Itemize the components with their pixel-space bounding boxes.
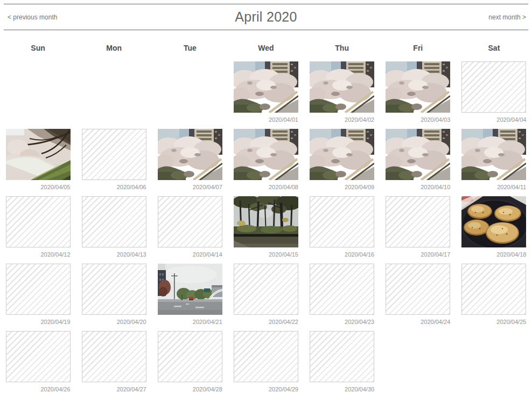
calendar-cell: 2020/04/16 xyxy=(304,196,380,264)
calendar-cell: 2020/04/18 xyxy=(456,196,532,264)
empty-day-placeholder xyxy=(6,331,71,382)
date-label: 2020/04/01 xyxy=(234,116,298,123)
empty-day-placeholder xyxy=(82,264,146,315)
photo-thumbnail[interactable] xyxy=(158,129,222,180)
date-label: 2020/04/25 xyxy=(461,319,526,326)
calendar-cell: 2020/04/30 xyxy=(304,331,380,393)
weekday-label-sat: Sat xyxy=(456,44,532,52)
empty-day-placeholder xyxy=(82,129,146,180)
calendar-cell: 2020/04/04 xyxy=(456,61,532,129)
photo-image-blossom-canal xyxy=(386,61,450,113)
empty-day-placeholder xyxy=(6,264,71,315)
photo-image-blossom-canal xyxy=(158,129,222,180)
date-label: 2020/04/30 xyxy=(310,386,374,393)
date-label: 2020/04/29 xyxy=(234,386,298,393)
empty-day-placeholder xyxy=(310,331,374,382)
date-label: 2020/04/13 xyxy=(82,251,146,258)
date-label: 2020/04/08 xyxy=(234,184,298,191)
calendar-cell: 2020/04/24 xyxy=(380,264,456,331)
date-label: 2020/04/12 xyxy=(6,251,71,258)
calendar-cell-empty xyxy=(76,61,152,129)
empty-day-placeholder xyxy=(461,264,526,315)
calendar-cell: 2020/04/20 xyxy=(76,264,152,331)
photo-thumbnail[interactable] xyxy=(310,61,374,113)
weekday-label-wed: Wed xyxy=(228,44,304,52)
calendar-cell: 2020/04/06 xyxy=(76,129,152,196)
date-label: 2020/04/16 xyxy=(310,251,374,258)
calendar-cell: 2020/04/05 xyxy=(0,129,76,196)
weekday-header-row: Sun Mon Tue Wed Thu Fri Sat xyxy=(0,44,532,52)
photo-image-blossom-canal xyxy=(310,129,374,180)
date-label: 2020/04/22 xyxy=(234,319,298,326)
calendar-cell: 2020/04/17 xyxy=(380,196,456,264)
photo-image-park-trees xyxy=(234,196,298,247)
weekday-label-mon: Mon xyxy=(76,44,152,52)
calendar-cell: 2020/04/02 xyxy=(304,61,380,129)
date-label: 2020/04/02 xyxy=(310,116,374,123)
photo-thumbnail[interactable] xyxy=(6,129,71,180)
photo-image-food-pancakes xyxy=(461,196,526,247)
calendar-cell: 2020/04/12 xyxy=(0,196,76,264)
calendar-cell: 2020/04/08 xyxy=(228,129,304,196)
calendar-cell-empty xyxy=(380,331,456,393)
date-label: 2020/04/03 xyxy=(386,116,450,123)
date-label: 2020/04/04 xyxy=(461,116,526,123)
empty-day-placeholder xyxy=(82,196,146,247)
photo-image-river-blossom xyxy=(6,129,71,180)
date-label: 2020/04/15 xyxy=(234,251,298,258)
photo-image-street-intersection xyxy=(158,264,222,315)
date-label: 2020/04/10 xyxy=(386,184,450,191)
empty-day-placeholder xyxy=(386,264,450,315)
calendar-cell-empty xyxy=(152,61,228,129)
weekday-label-fri: Fri xyxy=(380,44,456,52)
photo-thumbnail[interactable] xyxy=(386,61,450,113)
date-label: 2020/04/23 xyxy=(310,319,374,326)
photo-thumbnail[interactable] xyxy=(310,129,374,180)
calendar-cell: 2020/04/07 xyxy=(152,129,228,196)
empty-day-placeholder xyxy=(234,264,298,315)
photo-image-blossom-canal xyxy=(234,129,298,180)
photo-thumbnail[interactable] xyxy=(386,129,450,180)
calendar-cell-empty xyxy=(456,331,532,393)
calendar-cell: 2020/04/03 xyxy=(380,61,456,129)
calendar-cell: 2020/04/09 xyxy=(304,129,380,196)
calendar-cell: 2020/04/01 xyxy=(228,61,304,129)
photo-thumbnail[interactable] xyxy=(461,196,526,247)
date-label: 2020/04/18 xyxy=(461,251,526,258)
photo-image-blossom-canal xyxy=(310,61,374,113)
next-month-link[interactable]: next month > xyxy=(488,13,526,21)
photo-thumbnail[interactable] xyxy=(234,129,298,180)
photo-image-blossom-canal xyxy=(461,129,526,180)
photo-thumbnail[interactable] xyxy=(234,61,298,113)
empty-day-placeholder xyxy=(310,264,374,315)
calendar-cell: 2020/04/25 xyxy=(456,264,532,331)
previous-month-link[interactable]: < previous month xyxy=(8,13,57,21)
photo-image-blossom-canal xyxy=(234,61,298,113)
month-title: April 2020 xyxy=(235,9,297,25)
calendar-cell: 2020/04/14 xyxy=(152,196,228,264)
date-label: 2020/04/27 xyxy=(82,386,146,393)
calendar-cell: 2020/04/26 xyxy=(0,331,76,393)
empty-day-placeholder xyxy=(234,331,298,382)
empty-day-placeholder xyxy=(6,196,71,247)
empty-day-placeholder xyxy=(461,61,526,113)
photo-thumbnail[interactable] xyxy=(158,264,222,315)
photo-thumbnail[interactable] xyxy=(461,129,526,180)
photo-thumbnail[interactable] xyxy=(234,196,298,247)
calendar-cell: 2020/04/23 xyxy=(304,264,380,331)
date-label: 2020/04/19 xyxy=(6,319,71,326)
calendar-cell: 2020/04/21 xyxy=(152,264,228,331)
empty-day-placeholder xyxy=(158,196,222,247)
date-label: 2020/04/07 xyxy=(158,184,222,191)
calendar-grid: 2020/04/012020/04/022020/04/032020/04/04… xyxy=(0,61,532,393)
date-label: 2020/04/20 xyxy=(82,319,146,326)
date-label: 2020/04/26 xyxy=(6,386,71,393)
date-label: 2020/04/17 xyxy=(386,251,450,258)
empty-day-placeholder xyxy=(158,331,222,382)
photo-image-blossom-canal xyxy=(386,129,450,180)
calendar-cell: 2020/04/13 xyxy=(76,196,152,264)
calendar-cell: 2020/04/28 xyxy=(152,331,228,393)
empty-day-placeholder xyxy=(82,331,146,382)
weekday-label-thu: Thu xyxy=(304,44,380,52)
empty-day-placeholder xyxy=(386,196,450,247)
